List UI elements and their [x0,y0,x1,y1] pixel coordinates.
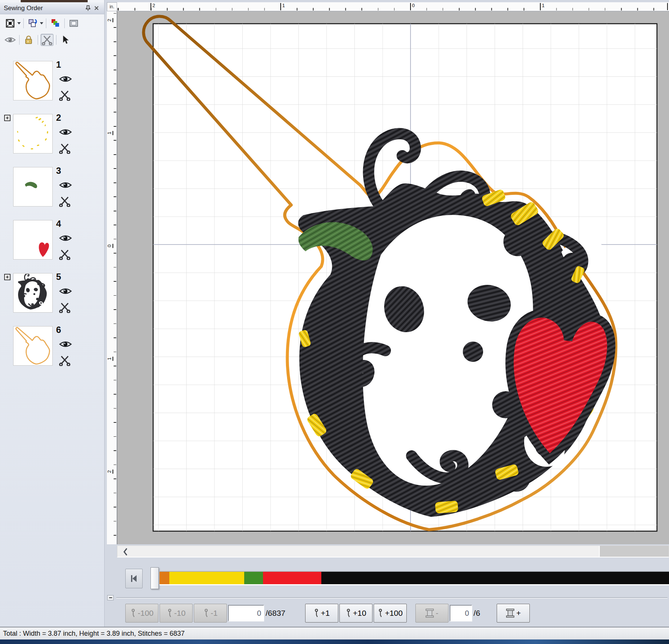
fit-view-dropdown-caret[interactable] [17,22,21,24]
scroll-left-chevron-icon[interactable] [123,548,128,556]
item-number: 3 [56,166,61,176]
item-thumbnail[interactable] [13,220,53,260]
ruler-label: 2 [106,18,113,22]
trim-scissors-icon[interactable] [59,249,70,260]
ruler-label: 2 [667,3,669,10]
sewing-order-item-2: 2 [13,114,96,153]
embroidery-design [117,11,669,544]
current-stitch-input[interactable] [228,605,264,621]
ruler-units-box: in. [107,2,117,11]
stitch-forward-100-button[interactable]: +100 [374,604,407,623]
item-number: 6 [56,325,61,335]
toolbar-separator [19,35,20,45]
visibility-eye-icon[interactable] [59,234,72,242]
toolbar-separator [46,18,46,28]
item-thumbnail[interactable] [13,61,53,100]
panel-title-bar: Sewing Order [0,2,104,14]
panel-toolbar-row1 [0,15,104,32]
color-back-button: - [415,604,449,623]
sewing-order-list: 1 2 3 [0,47,104,379]
stitch-navigation-controls: -100 -10 -1 /6837 +1 +10 +100 - [106,603,669,624]
toolbar-separator [23,18,24,28]
stitch-back-10-button: -10 [160,604,193,623]
expand-toggle-icon[interactable] [4,115,11,121]
taskbar-strip [0,639,669,644]
color-segment-black[interactable] [321,572,669,584]
horizontal-ruler: 2 1 0 1 2 [117,2,669,11]
skip-to-start-button[interactable] [125,569,143,588]
horizontal-scrollbar[interactable] [117,545,669,557]
stitch-forward-10-button[interactable]: +10 [339,604,373,623]
color-segment-green[interactable] [244,572,263,584]
status-text: Total : Width = 3.87 inch, Height = 3.89… [3,630,185,638]
visibility-eye-icon[interactable] [59,75,72,83]
color-segment-orange[interactable] [160,572,169,584]
trim-scissors-icon[interactable] [59,355,70,366]
ruler-ticks [114,11,116,544]
sequence-order-dropdown-caret[interactable] [40,22,43,24]
color-segment-yellow[interactable] [169,572,244,584]
current-color-input[interactable] [450,605,472,621]
lock-tool[interactable] [22,34,35,46]
item-thumbnail[interactable] [13,326,53,366]
stitch-forward-1-button[interactable]: +1 [305,604,338,623]
ruler-label: 1 [106,131,113,135]
stitch-back-1-button: -1 [194,604,227,623]
toolbar-separator [64,18,65,28]
panel-toolbar-row2 [0,32,104,47]
color-forward-button[interactable]: + [497,604,530,623]
hoop-button[interactable] [67,17,80,29]
color-sort-button[interactable] [49,17,62,29]
sewing-order-item-3: 3 [13,167,96,207]
item-thumbnail[interactable] [13,167,53,207]
ruler-label: 1 [106,357,113,361]
fit-view-button[interactable] [4,17,17,29]
sewing-order-panel: Sewing Order [0,0,105,627]
trim-scissors-icon[interactable] [59,90,70,101]
design-canvas[interactable] [117,11,669,544]
design-workspace: in. 2 1 0 1 2 2 1 0 1 2 [106,0,669,627]
collapse-splitter [106,595,669,600]
stitch-color-bar [106,567,669,591]
scissors-tool[interactable] [41,34,53,46]
visibility-eye-tool[interactable] [4,34,17,46]
visibility-eye-icon[interactable] [59,128,72,136]
status-bar: Total : Width = 3.87 inch, Height = 3.89… [0,627,669,639]
ruler-label: 2 [151,3,155,10]
ruler-label: 1 [540,3,544,10]
pin-icon[interactable] [84,4,92,12]
toolbar-separator [56,35,56,45]
expand-toggle-icon[interactable] [4,274,11,280]
progress-slider-handle[interactable] [151,567,159,589]
ruler-label: 0 [106,244,113,248]
visibility-eye-icon[interactable] [59,340,72,348]
toolbar-separator [38,35,38,45]
scrollbar-thumb[interactable] [599,546,669,557]
sequence-order-button[interactable] [26,17,39,29]
sewing-order-item-1: 1 [13,61,96,100]
vertical-ruler: 2 1 0 1 2 [107,11,117,544]
visibility-eye-icon[interactable] [59,181,72,189]
stitch-total-label: /6837 [266,609,286,618]
trim-scissors-icon[interactable] [59,196,70,207]
item-thumbnail[interactable] [13,114,53,153]
close-icon[interactable] [92,4,100,12]
select-arrow-tool[interactable] [59,34,72,46]
ruler-ticks [117,8,669,11]
item-number: 4 [56,219,61,229]
color-segment-red[interactable] [263,572,321,584]
sewing-order-item-5: 5 [13,273,96,313]
trim-scissors-icon[interactable] [59,143,70,154]
sewing-order-item-4: 4 [13,220,96,260]
collapse-minus-icon[interactable] [107,595,114,600]
sewing-order-item-6: 6 [13,326,96,366]
trim-scissors-icon[interactable] [59,302,70,313]
ruler-label: 0 [410,3,415,10]
visibility-eye-icon[interactable] [59,287,72,295]
color-segments[interactable] [160,572,669,584]
color-total-label: /6 [474,609,480,618]
item-thumbnail[interactable] [13,273,53,313]
ruler-label: 2 [106,469,113,474]
item-number: 2 [56,112,61,123]
stitch-back-100-button: -100 [125,604,158,623]
